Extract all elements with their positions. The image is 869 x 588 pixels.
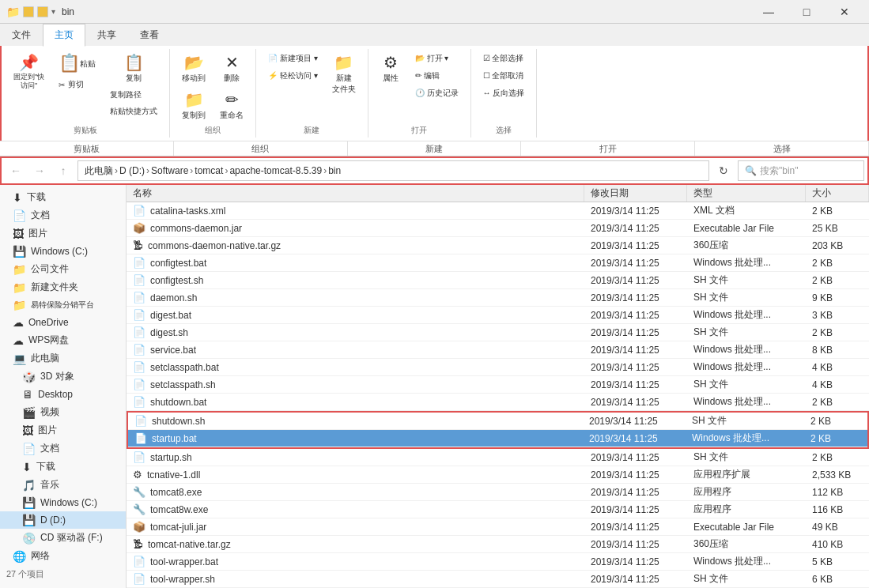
copy-path-button[interactable]: 复制路径 xyxy=(104,87,163,103)
table-row[interactable]: 📄 setclasspath.sh 2019/3/14 11:25 SH 文件 … xyxy=(127,376,869,394)
table-row[interactable]: 📦 commons-daemon.jar 2019/3/14 11:25 Exe… xyxy=(127,220,869,237)
sidebar-item-windows[interactable]: 💾 Windows (C:) xyxy=(0,243,126,260)
new-item-button[interactable]: 📄 新建项目 ▾ xyxy=(263,51,323,66)
sidebar-item-thispc[interactable]: 💻 此电脑 xyxy=(0,349,126,368)
sidebar-item-newfolder[interactable]: 📁 新建文件夹 xyxy=(0,278,126,296)
sidebar-item-desktop[interactable]: 🖥 Desktop xyxy=(0,386,126,403)
select-all-button[interactable]: ☑ 全部选择 xyxy=(478,51,531,66)
header-name[interactable]: 名称 xyxy=(127,185,584,202)
close-button[interactable]: ✕ xyxy=(826,0,863,24)
paste-shortcut-button[interactable]: 粘贴快捷方式 xyxy=(104,104,163,119)
file-name-cell: 📄 setclasspath.sh xyxy=(127,376,584,393)
table-row[interactable]: 📄 setclasspath.bat 2019/3/14 11:25 Windo… xyxy=(127,359,869,376)
refresh-button[interactable]: ↻ xyxy=(712,160,735,182)
file-size-cell: 3 KB xyxy=(806,307,869,323)
maximize-button[interactable]: □ xyxy=(788,0,825,24)
tab-share[interactable]: 共享 xyxy=(85,24,128,46)
sidebar-item-dl2[interactable]: ⬇ 下载 xyxy=(0,458,126,476)
file-type-icon: 📄 xyxy=(133,556,145,567)
edit-button[interactable]: ✏ 编辑 xyxy=(410,68,464,84)
deselect-all-button[interactable]: ☐ 全部取消 xyxy=(478,68,531,84)
file-date-cell: 2019/3/14 11:25 xyxy=(583,430,686,447)
cut-button[interactable]: ✂ 剪切 xyxy=(53,77,101,92)
sidebar-item-3d[interactable]: 🎲 3D 对象 xyxy=(0,368,126,386)
file-type-icon: 📄 xyxy=(133,292,145,303)
sidebar-item-dd[interactable]: 💾 D (D:) xyxy=(0,511,126,529)
sidebar-item-wc[interactable]: 💾 Windows (C:) xyxy=(0,494,126,511)
table-row[interactable]: 📄 service.bat 2019/3/14 11:25 Windows 批处… xyxy=(127,341,869,359)
file-date-cell: 2019/3/14 11:25 xyxy=(584,324,687,341)
table-row[interactable]: ⚙ tcnative-1.dll 2019/3/14 11:25 应用程序扩展 … xyxy=(127,466,869,484)
sidebar-item-company[interactable]: 📁 公司文件 xyxy=(0,260,126,278)
sidebar-item-label: Windows (C:) xyxy=(31,246,88,257)
table-row[interactable]: 🔧 tomcat8.exe 2019/3/14 11:25 应用程序 112 K… xyxy=(127,484,869,501)
move-to-button[interactable]: 📂 移动到 xyxy=(176,51,211,86)
header-date[interactable]: 修改日期 xyxy=(584,185,687,202)
header-size[interactable]: 大小 xyxy=(806,185,869,202)
table-row[interactable]: 📄 configtest.sh 2019/3/14 11:25 SH 文件 2 … xyxy=(127,272,869,289)
table-row[interactable]: 📄 daemon.sh 2019/3/14 11:25 SH 文件 9 KB xyxy=(127,289,869,307)
table-row[interactable]: 🗜 tomcat-native.tar.gz 2019/3/14 11:25 3… xyxy=(127,536,869,553)
back-button[interactable]: ← xyxy=(5,160,27,182)
sidebar-item-pics2[interactable]: 🖼 图片 xyxy=(0,421,126,439)
file-type-icon: 📄 xyxy=(133,573,145,585)
window-title: bin xyxy=(62,6,750,17)
header-type[interactable]: 类型 xyxy=(687,185,806,202)
new-folder-button[interactable]: 📁 新建 文件夹 xyxy=(327,51,361,97)
sidebar-item-label: CD 驱动器 (F:) xyxy=(40,531,103,545)
table-row[interactable]: 🔧 tomcat8w.exe 2019/3/14 11:25 应用程序 116 … xyxy=(127,501,869,518)
delete-button[interactable]: ✕ 删除 xyxy=(214,51,249,86)
table-row[interactable]: 📄 shutdown.bat 2019/3/14 11:25 Windows 批… xyxy=(127,394,869,411)
sidebar-item-network[interactable]: 🌐 网络 xyxy=(0,547,126,565)
pc-icon: 💻 xyxy=(13,352,26,365)
table-row[interactable]: 📄 digest.sh 2019/3/14 11:25 SH 文件 2 KB xyxy=(127,324,869,341)
table-row[interactable]: 📄 shutdown.sh 2019/3/14 11:25 SH 文件 2 KB xyxy=(128,413,867,430)
forward-button[interactable]: → xyxy=(28,160,51,182)
history-button[interactable]: 🕐 历史记录 xyxy=(410,85,464,101)
address-path[interactable]: 此电脑 › D (D:) › Software › tomcat › apach… xyxy=(77,160,709,181)
tab-file[interactable]: 文件 xyxy=(0,24,43,46)
properties-button[interactable]: ⚙ 属性 xyxy=(375,51,406,86)
sidebar-item-videos[interactable]: 🎬 视频 xyxy=(0,403,126,421)
file-date-cell: 2019/3/14 11:25 xyxy=(584,501,687,518)
easy-access-button[interactable]: ⚡ 轻松访问 ▾ xyxy=(263,68,323,84)
file-size-cell: 5 KB xyxy=(806,553,869,570)
pin-button[interactable]: 📌 固定到"快访问" xyxy=(8,51,50,92)
paste-button[interactable]: 📋 粘贴 xyxy=(53,51,101,76)
rename-button[interactable]: ✏ 重命名 xyxy=(214,88,249,123)
table-row[interactable]: 📄 configtest.bat 2019/3/14 11:25 Windows… xyxy=(127,254,869,272)
table-row[interactable]: 📄 tool-wrapper.bat 2019/3/14 11:25 Windo… xyxy=(127,553,869,571)
open-button[interactable]: 📂 打开 ▾ xyxy=(410,51,464,66)
sidebar-item-docs2[interactable]: 📄 文档 xyxy=(0,439,126,458)
table-row[interactable]: 📄 startup.bat 2019/3/14 11:25 Windows 批处… xyxy=(128,430,867,447)
table-row[interactable]: 📄 startup.sh 2019/3/14 11:25 SH 文件 2 KB xyxy=(127,449,869,466)
sidebar-item-docs[interactable]: 📄 文档 xyxy=(0,206,126,224)
file-name-cell: 📦 commons-daemon.jar xyxy=(127,220,584,236)
file-size-cell: 203 KB xyxy=(806,237,869,254)
sidebar-item-music[interactable]: 🎵 音乐 xyxy=(0,476,126,494)
network-icon: 🌐 xyxy=(13,550,26,563)
sidebar-item-pictures[interactable]: 🖼 图片 xyxy=(0,224,126,243)
sidebar-item-easy[interactable]: 📁 易特保险分销平台 xyxy=(0,296,126,314)
sidebar-item-download[interactable]: ⬇ 下载 xyxy=(0,188,126,206)
minimize-button[interactable]: — xyxy=(750,0,787,24)
table-row[interactable]: 📄 catalina-tasks.xml 2019/3/14 11:25 XML… xyxy=(127,202,869,220)
file-name-cell: 📄 startup.sh xyxy=(127,449,584,466)
new-label: 新建 xyxy=(304,125,319,136)
copy-to-button[interactable]: 📁 复制到 xyxy=(176,88,211,123)
table-row[interactable]: 📄 tool-wrapper.sh 2019/3/14 11:25 SH 文件 … xyxy=(127,571,869,588)
table-row[interactable]: 📦 tomcat-juli.jar 2019/3/14 11:25 Execut… xyxy=(127,518,869,536)
invert-select-button[interactable]: ↔ 反向选择 xyxy=(478,85,531,101)
table-row[interactable]: 📄 digest.bat 2019/3/14 11:25 Windows 批处理… xyxy=(127,307,869,324)
file-type-cell: Windows 批处理... xyxy=(687,254,806,271)
sidebar-item-onedrive[interactable]: ☁ OneDrive xyxy=(0,314,126,331)
copy-button[interactable]: 📋 复制 xyxy=(104,51,163,86)
tab-view[interactable]: 查看 xyxy=(128,24,171,46)
address-bar: ← → ↑ 此电脑 › D (D:) › Software › tomcat ›… xyxy=(0,156,869,185)
tab-home[interactable]: 主页 xyxy=(43,24,85,47)
sidebar-item-wps[interactable]: ☁ WPS网盘 xyxy=(0,331,126,349)
sidebar-item-cd[interactable]: 💿 CD 驱动器 (F:) xyxy=(0,529,126,547)
table-row[interactable]: 🗜 commons-daemon-native.tar.gz 2019/3/14… xyxy=(127,237,869,254)
up-button[interactable]: ↑ xyxy=(52,160,74,182)
search-box[interactable]: 🔍 搜索"bin" xyxy=(738,160,864,181)
